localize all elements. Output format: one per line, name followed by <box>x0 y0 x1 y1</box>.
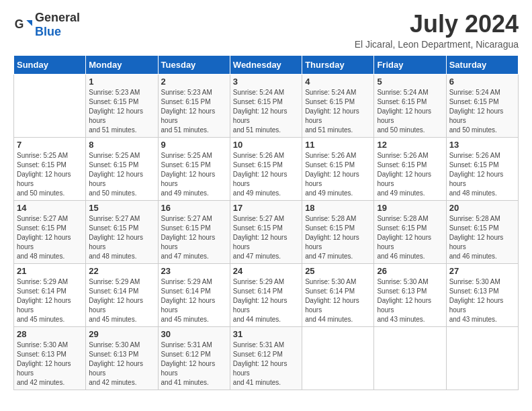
svg-marker-1 <box>26 20 32 26</box>
calendar-cell: 21Sunrise: 5:29 AMSunset: 6:14 PMDayligh… <box>14 263 86 326</box>
day-info: Sunrise: 5:30 AMSunset: 6:13 PMDaylight:… <box>89 340 154 387</box>
day-number: 13 <box>449 140 515 150</box>
day-number: 26 <box>377 266 443 276</box>
calendar-week-1: 1Sunrise: 5:23 AMSunset: 6:15 PMDaylight… <box>14 74 519 137</box>
day-info: Sunrise: 5:29 AMSunset: 6:14 PMDaylight:… <box>161 277 227 324</box>
day-info: Sunrise: 5:27 AMSunset: 6:15 PMDaylight:… <box>89 214 154 261</box>
day-number: 20 <box>449 203 515 213</box>
calendar-cell: 20Sunrise: 5:28 AMSunset: 6:15 PMDayligh… <box>446 200 518 263</box>
calendar-cell: 18Sunrise: 5:28 AMSunset: 6:15 PMDayligh… <box>302 200 374 263</box>
calendar-week-5: 28Sunrise: 5:30 AMSunset: 6:13 PMDayligh… <box>14 326 519 390</box>
day-number: 12 <box>377 140 443 150</box>
day-info: Sunrise: 5:24 AMSunset: 6:15 PMDaylight:… <box>377 88 443 135</box>
calendar-cell: 6Sunrise: 5:24 AMSunset: 6:15 PMDaylight… <box>446 74 518 137</box>
day-info: Sunrise: 5:30 AMSunset: 6:14 PMDaylight:… <box>305 277 371 324</box>
logo-icon: G <box>13 15 32 34</box>
calendar-cell: 29Sunrise: 5:30 AMSunset: 6:13 PMDayligh… <box>86 326 158 390</box>
calendar-cell: 4Sunrise: 5:24 AMSunset: 6:15 PMDaylight… <box>302 74 374 137</box>
main-title: July 2024 <box>355 11 519 38</box>
day-number: 23 <box>161 266 227 276</box>
calendar-cell: 14Sunrise: 5:27 AMSunset: 6:15 PMDayligh… <box>14 200 86 263</box>
day-info: Sunrise: 5:26 AMSunset: 6:15 PMDaylight:… <box>305 151 371 198</box>
calendar-cell <box>14 74 86 137</box>
day-number: 24 <box>233 266 299 276</box>
calendar-week-4: 21Sunrise: 5:29 AMSunset: 6:14 PMDayligh… <box>14 263 519 326</box>
day-number: 2 <box>161 77 227 87</box>
day-info: Sunrise: 5:28 AMSunset: 6:15 PMDaylight:… <box>449 214 515 261</box>
day-number: 21 <box>17 266 83 276</box>
day-number: 5 <box>377 77 443 87</box>
day-info: Sunrise: 5:30 AMSunset: 6:13 PMDaylight:… <box>377 277 443 324</box>
day-info: Sunrise: 5:28 AMSunset: 6:15 PMDaylight:… <box>377 214 443 261</box>
day-number: 16 <box>161 203 227 213</box>
day-number: 28 <box>17 329 83 339</box>
header-day-thursday: Thursday <box>302 55 374 74</box>
header-day-monday: Monday <box>86 55 158 74</box>
calendar-cell: 13Sunrise: 5:26 AMSunset: 6:15 PMDayligh… <box>446 137 518 200</box>
day-info: Sunrise: 5:24 AMSunset: 6:15 PMDaylight:… <box>233 88 299 135</box>
calendar-cell: 8Sunrise: 5:25 AMSunset: 6:15 PMDaylight… <box>86 137 158 200</box>
day-info: Sunrise: 5:26 AMSunset: 6:15 PMDaylight:… <box>449 151 515 198</box>
day-info: Sunrise: 5:30 AMSunset: 6:13 PMDaylight:… <box>17 340 83 387</box>
day-number: 17 <box>233 203 299 213</box>
day-info: Sunrise: 5:31 AMSunset: 6:12 PMDaylight:… <box>161 340 227 387</box>
svg-text:G: G <box>15 17 24 31</box>
calendar-cell: 28Sunrise: 5:30 AMSunset: 6:13 PMDayligh… <box>14 326 86 390</box>
header-day-wednesday: Wednesday <box>230 55 302 74</box>
calendar-cell: 23Sunrise: 5:29 AMSunset: 6:14 PMDayligh… <box>158 263 230 326</box>
day-info: Sunrise: 5:25 AMSunset: 6:15 PMDaylight:… <box>161 151 227 198</box>
day-number: 25 <box>305 266 371 276</box>
header-day-tuesday: Tuesday <box>158 55 230 74</box>
day-number: 9 <box>161 140 227 150</box>
calendar-week-2: 7Sunrise: 5:25 AMSunset: 6:15 PMDaylight… <box>14 137 519 200</box>
calendar-cell: 22Sunrise: 5:29 AMSunset: 6:14 PMDayligh… <box>86 263 158 326</box>
calendar-cell: 2Sunrise: 5:23 AMSunset: 6:15 PMDaylight… <box>158 74 230 137</box>
logo-blue: Blue <box>35 25 61 38</box>
calendar-cell: 25Sunrise: 5:30 AMSunset: 6:14 PMDayligh… <box>302 263 374 326</box>
day-info: Sunrise: 5:25 AMSunset: 6:15 PMDaylight:… <box>17 151 83 198</box>
day-info: Sunrise: 5:30 AMSunset: 6:13 PMDaylight:… <box>449 277 515 324</box>
calendar-header-row: SundayMondayTuesdayWednesdayThursdayFrid… <box>14 55 519 74</box>
calendar-cell <box>374 326 446 390</box>
day-info: Sunrise: 5:31 AMSunset: 6:12 PMDaylight:… <box>233 340 299 387</box>
calendar-cell: 24Sunrise: 5:29 AMSunset: 6:14 PMDayligh… <box>230 263 302 326</box>
day-number: 7 <box>17 140 83 150</box>
day-info: Sunrise: 5:25 AMSunset: 6:15 PMDaylight:… <box>89 151 154 198</box>
day-number: 18 <box>305 203 371 213</box>
day-info: Sunrise: 5:23 AMSunset: 6:15 PMDaylight:… <box>161 88 227 135</box>
calendar-cell: 31Sunrise: 5:31 AMSunset: 6:12 PMDayligh… <box>230 326 302 390</box>
day-number: 19 <box>377 203 443 213</box>
day-info: Sunrise: 5:24 AMSunset: 6:15 PMDaylight:… <box>449 88 515 135</box>
calendar-cell: 1Sunrise: 5:23 AMSunset: 6:15 PMDaylight… <box>86 74 158 137</box>
calendar-cell: 17Sunrise: 5:27 AMSunset: 6:15 PMDayligh… <box>230 200 302 263</box>
calendar-cell: 3Sunrise: 5:24 AMSunset: 6:15 PMDaylight… <box>230 74 302 137</box>
logo-general: General <box>35 11 80 24</box>
day-info: Sunrise: 5:29 AMSunset: 6:14 PMDaylight:… <box>233 277 299 324</box>
calendar-cell: 27Sunrise: 5:30 AMSunset: 6:13 PMDayligh… <box>446 263 518 326</box>
day-number: 8 <box>89 140 154 150</box>
calendar-cell: 11Sunrise: 5:26 AMSunset: 6:15 PMDayligh… <box>302 137 374 200</box>
calendar-table: SundayMondayTuesdayWednesdayThursdayFrid… <box>13 55 519 390</box>
title-area: July 2024 El Jicaral, Leon Department, N… <box>355 11 519 50</box>
subtitle: El Jicaral, Leon Department, Nicaragua <box>355 39 519 50</box>
calendar-cell: 12Sunrise: 5:26 AMSunset: 6:15 PMDayligh… <box>374 137 446 200</box>
calendar-cell <box>302 326 374 390</box>
day-info: Sunrise: 5:28 AMSunset: 6:15 PMDaylight:… <box>305 214 371 261</box>
day-number: 10 <box>233 140 299 150</box>
calendar-cell: 15Sunrise: 5:27 AMSunset: 6:15 PMDayligh… <box>86 200 158 263</box>
day-info: Sunrise: 5:23 AMSunset: 6:15 PMDaylight:… <box>89 88 154 135</box>
day-number: 29 <box>89 329 154 339</box>
day-info: Sunrise: 5:26 AMSunset: 6:15 PMDaylight:… <box>233 151 299 198</box>
day-info: Sunrise: 5:24 AMSunset: 6:15 PMDaylight:… <box>305 88 371 135</box>
calendar-cell: 30Sunrise: 5:31 AMSunset: 6:12 PMDayligh… <box>158 326 230 390</box>
day-info: Sunrise: 5:29 AMSunset: 6:14 PMDaylight:… <box>89 277 154 324</box>
header-day-friday: Friday <box>374 55 446 74</box>
day-number: 14 <box>17 203 83 213</box>
calendar-cell <box>446 326 518 390</box>
day-number: 15 <box>89 203 154 213</box>
day-info: Sunrise: 5:27 AMSunset: 6:15 PMDaylight:… <box>233 214 299 261</box>
calendar-cell: 5Sunrise: 5:24 AMSunset: 6:15 PMDaylight… <box>374 74 446 137</box>
day-number: 3 <box>233 77 299 87</box>
day-number: 11 <box>305 140 371 150</box>
logo: G General Blue <box>13 11 80 39</box>
